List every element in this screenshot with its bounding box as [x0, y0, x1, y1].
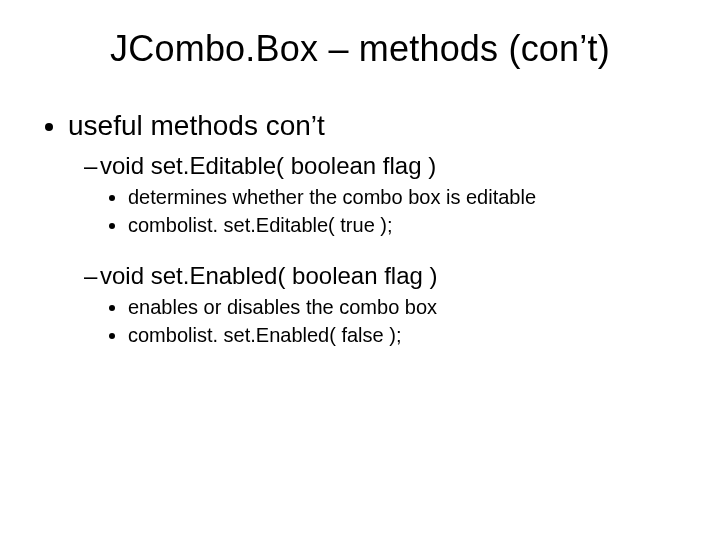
- slide: JCombo.Box – methods (con’t) useful meth…: [0, 0, 720, 540]
- bullet-list-level1: useful methods con’t –void set.Editable(…: [40, 110, 680, 348]
- bullet-list-level3: determines whether the combo box is edit…: [86, 184, 680, 238]
- list-item: combolist. set.Enabled( false );: [128, 322, 680, 348]
- list-item: useful methods con’t –void set.Editable(…: [68, 110, 680, 348]
- bullet-list-level2: –void set.Editable( boolean flag ) deter…: [86, 152, 680, 348]
- list-item: determines whether the combo box is edit…: [128, 184, 680, 210]
- method-signature: void set.Editable( boolean flag ): [100, 152, 436, 179]
- method-example: combolist. set.Editable( true );: [128, 214, 393, 236]
- dash-icon: –: [84, 262, 100, 290]
- bullet-list-level3: enables or disables the combo box combol…: [86, 294, 680, 348]
- list-item: –void set.Editable( boolean flag ): [86, 152, 680, 180]
- bullet-text: useful methods con’t: [68, 110, 325, 141]
- dash-icon: –: [84, 152, 100, 180]
- list-item: combolist. set.Editable( true );: [128, 212, 680, 238]
- slide-title: JCombo.Box – methods (con’t): [40, 28, 680, 70]
- list-item: –void set.Enabled( boolean flag ): [86, 262, 680, 290]
- method-signature: void set.Enabled( boolean flag ): [100, 262, 438, 289]
- method-desc: determines whether the combo box is edit…: [128, 186, 536, 208]
- list-item: enables or disables the combo box: [128, 294, 680, 320]
- method-example: combolist. set.Enabled( false );: [128, 324, 401, 346]
- method-desc: enables or disables the combo box: [128, 296, 437, 318]
